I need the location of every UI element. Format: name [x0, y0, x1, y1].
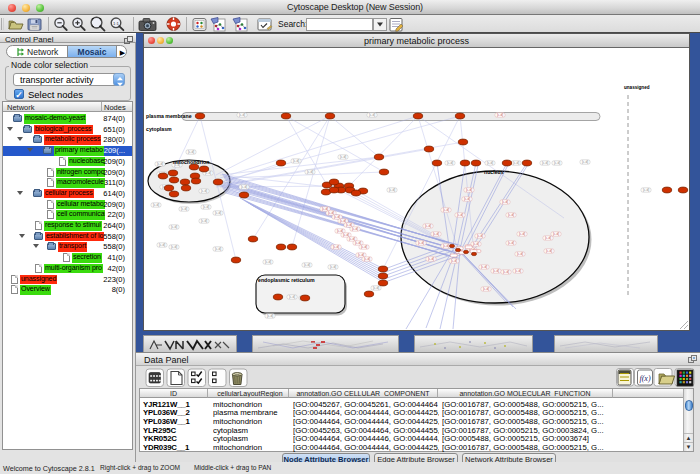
svg-text:[c-d]: [c-d]	[428, 257, 434, 261]
svg-text:[c-d]: [c-d]	[364, 257, 370, 261]
svg-text:mitochondrion: mitochondrion	[173, 159, 209, 165]
svg-text:[c-d]: [c-d]	[447, 161, 453, 165]
svg-text:[c-d]: [c-d]	[181, 207, 187, 211]
svg-text:[c-d]: [c-d]	[481, 265, 487, 269]
svg-text:[c-d]: [c-d]	[542, 161, 548, 165]
svg-text:[c-d]: [c-d]	[515, 269, 521, 273]
svg-text:[c-d]: [c-d]	[508, 241, 514, 245]
svg-text:cytoplasm: cytoplasm	[146, 126, 172, 132]
svg-text:[c-d]: [c-d]	[517, 252, 523, 256]
svg-text:[c-d]: [c-d]	[477, 234, 483, 238]
svg-text:[c-d]: [c-d]	[267, 314, 273, 318]
svg-text:[c-d]: [c-d]	[215, 211, 221, 215]
svg-text:[c-d]: [c-d]	[425, 224, 431, 228]
svg-text:[c-d]: [c-d]	[519, 232, 525, 236]
svg-text:[c-d]: [c-d]	[553, 232, 559, 236]
svg-text:[c-d]: [c-d]	[493, 269, 499, 273]
svg-text:[c-d]: [c-d]	[464, 197, 470, 201]
svg-text:[c-d]: [c-d]	[352, 227, 358, 231]
svg-text:[c-d]: [c-d]	[508, 213, 514, 217]
svg-text:[c-d]: [c-d]	[157, 162, 163, 166]
svg-text:[c-d]: [c-d]	[497, 113, 503, 117]
svg-text:[c-d]: [c-d]	[503, 270, 509, 274]
svg-text:[c-d]: [c-d]	[203, 205, 209, 209]
svg-text:[c-d]: [c-d]	[451, 259, 457, 263]
svg-text:nucleus: nucleus	[484, 169, 504, 175]
svg-text:[c-d]: [c-d]	[483, 287, 489, 291]
svg-text:[c-d]: [c-d]	[546, 249, 552, 253]
svg-text:[c-d]: [c-d]	[502, 200, 508, 204]
svg-text:[c-d]: [c-d]	[457, 213, 463, 217]
svg-text:[c-d]: [c-d]	[293, 159, 299, 163]
svg-text:[c-d]: [c-d]	[201, 189, 207, 193]
svg-text:[c-d]: [c-d]	[333, 245, 339, 249]
svg-text:[c-d]: [c-d]	[466, 188, 472, 192]
svg-text:[c-d]: [c-d]	[443, 244, 449, 248]
svg-text:[c-d]: [c-d]	[513, 161, 519, 165]
svg-text:unassigned: unassigned	[624, 85, 650, 90]
svg-text:[c-d]: [c-d]	[171, 245, 177, 249]
svg-text:[c-d]: [c-d]	[289, 295, 295, 299]
svg-text:[c-d]: [c-d]	[153, 203, 159, 207]
svg-text:[c-d]: [c-d]	[241, 185, 247, 189]
svg-text:[c-d]: [c-d]	[159, 243, 165, 247]
svg-text:[c-d]: [c-d]	[330, 265, 336, 269]
svg-text:plasma membrane: plasma membrane	[146, 113, 192, 119]
svg-text:[c-d]: [c-d]	[171, 225, 177, 229]
svg-text:[c-d]: [c-d]	[304, 263, 310, 267]
svg-text:[c-d]: [c-d]	[487, 161, 493, 165]
svg-text:[c-d]: [c-d]	[369, 113, 375, 117]
svg-text:[c-d]: [c-d]	[373, 286, 379, 290]
svg-text:[c-d]: [c-d]	[389, 188, 395, 192]
svg-text:[c-d]: [c-d]	[433, 232, 439, 236]
svg-text:[c-d]: [c-d]	[554, 161, 560, 165]
svg-text:[c-d]: [c-d]	[201, 219, 207, 223]
svg-text:1:1: 1:1	[113, 21, 119, 26]
svg-text:f(x): f(x)	[639, 374, 650, 383]
svg-text:Search:: Search:	[278, 19, 307, 29]
svg-text:[c-d]: [c-d]	[361, 245, 367, 249]
svg-text:[c-d]: [c-d]	[582, 160, 588, 164]
svg-text:[c-d]: [c-d]	[418, 241, 424, 245]
svg-text:[c-d]: [c-d]	[340, 155, 346, 159]
svg-text:[c-d]: [c-d]	[443, 208, 449, 212]
svg-text:[c-d]: [c-d]	[239, 113, 245, 117]
svg-text:[c-d]: [c-d]	[473, 242, 479, 246]
svg-text:[c-d]: [c-d]	[188, 150, 194, 154]
svg-text:[c-d]: [c-d]	[215, 247, 221, 251]
svg-text:[c-d]: [c-d]	[545, 236, 551, 240]
svg-text:[c-d]: [c-d]	[307, 170, 313, 174]
svg-text:[c-d]: [c-d]	[643, 188, 649, 192]
svg-text:endoplasmic reticulum: endoplasmic reticulum	[258, 277, 315, 283]
svg-text:[c-d]: [c-d]	[265, 260, 271, 264]
